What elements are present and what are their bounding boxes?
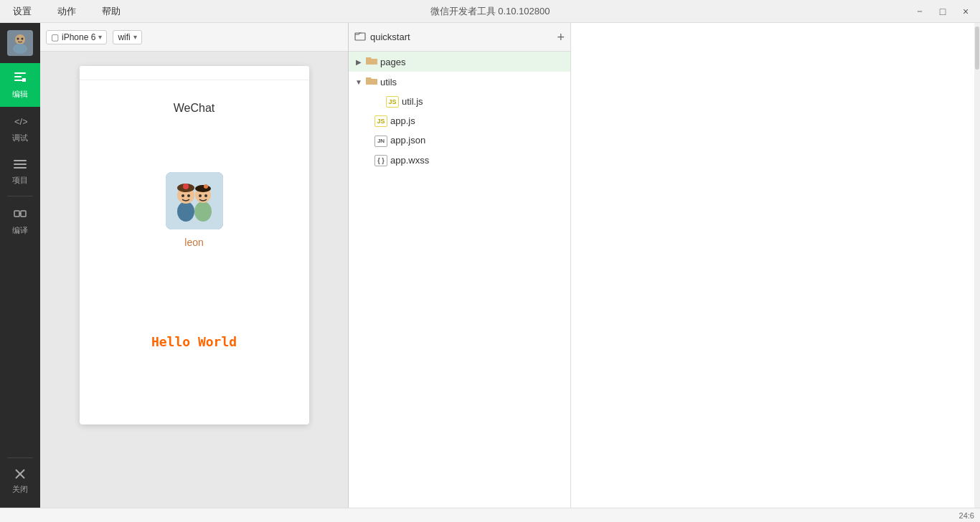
editor-scrollbar[interactable] bbox=[974, 23, 980, 508]
user-avatar-section: leon bbox=[166, 172, 223, 248]
svg-point-26 bbox=[182, 194, 184, 197]
file-tree: ▶ pages ▼ utils bbox=[349, 52, 570, 508]
tree-item-util-js[interactable]: JS util.js bbox=[349, 92, 570, 111]
user-avatar bbox=[166, 172, 223, 229]
phone-content: WeChat bbox=[80, 80, 309, 424]
utils-label: utils bbox=[380, 77, 397, 87]
svg-point-24 bbox=[195, 185, 211, 192]
svg-rect-17 bbox=[166, 172, 223, 229]
menu-help[interactable]: 帮助 bbox=[95, 4, 128, 19]
svg-rect-10 bbox=[14, 160, 27, 161]
app-js-label: app.js bbox=[390, 115, 415, 126]
sidebar-item-close[interactable]: 关闭 bbox=[0, 461, 40, 502]
sidebar-label-debug: 调试 bbox=[12, 133, 28, 143]
device-dropdown-arrow: ▾ bbox=[98, 33, 102, 41]
main-container: 编辑 </> 调试 项目 bbox=[0, 23, 980, 508]
cursor-position: 24:6 bbox=[959, 511, 974, 520]
sidebar: 编辑 </> 调试 项目 bbox=[0, 23, 40, 508]
app-json-icon: JN bbox=[374, 134, 387, 147]
svg-rect-11 bbox=[14, 163, 27, 165]
avatar[interactable] bbox=[7, 30, 33, 56]
scrollbar-thumb bbox=[975, 27, 979, 70]
editor-pane bbox=[571, 23, 980, 508]
phone-status-bar bbox=[80, 66, 309, 80]
avatar-image bbox=[7, 30, 33, 56]
pages-arrow: ▶ bbox=[354, 58, 363, 66]
device-selector[interactable]: ▢ iPhone 6 ▾ bbox=[46, 30, 107, 44]
svg-point-29 bbox=[204, 194, 207, 197]
file-tree-title: quickstart bbox=[370, 32, 552, 42]
svg-point-18 bbox=[177, 201, 194, 222]
sidebar-item-edit[interactable]: 编辑 bbox=[0, 63, 40, 107]
status-bar: 24:6 bbox=[0, 508, 980, 522]
svg-rect-13 bbox=[14, 211, 19, 217]
sidebar-nav: 编辑 </> 调试 项目 bbox=[0, 63, 40, 455]
svg-rect-7 bbox=[14, 80, 23, 81]
svg-rect-12 bbox=[14, 167, 27, 169]
edit-icon bbox=[13, 70, 27, 87]
phone-frame: WeChat bbox=[80, 66, 309, 424]
utils-folder-icon bbox=[366, 75, 377, 88]
menu-actions[interactable]: 动作 bbox=[50, 4, 83, 19]
compile-icon bbox=[13, 207, 27, 223]
sidebar-item-compile[interactable]: 编译 bbox=[0, 199, 40, 243]
pages-folder-icon bbox=[366, 55, 377, 68]
minimize-button[interactable]: － bbox=[911, 3, 928, 20]
svg-point-22 bbox=[194, 201, 212, 222]
hello-world-text: Hello World bbox=[151, 334, 237, 349]
debug-icon: </> bbox=[13, 114, 27, 130]
file-toolbar-icon bbox=[354, 30, 366, 44]
svg-rect-5 bbox=[14, 72, 26, 74]
svg-point-3 bbox=[17, 38, 19, 40]
sidebar-label-edit: 编辑 bbox=[12, 89, 28, 100]
file-pane: quickstart + ▶ pages ▼ bbox=[349, 23, 571, 508]
sidebar-label-compile: 编译 bbox=[12, 225, 28, 236]
tree-item-utils[interactable]: ▼ utils bbox=[349, 72, 570, 92]
utils-arrow: ▼ bbox=[354, 78, 363, 86]
pages-label: pages bbox=[380, 57, 405, 67]
project-icon bbox=[13, 158, 27, 173]
util-js-icon: JS bbox=[386, 95, 399, 108]
svg-point-21 bbox=[183, 184, 189, 189]
close-icon bbox=[14, 468, 26, 482]
svg-point-1 bbox=[15, 34, 25, 44]
svg-marker-8 bbox=[22, 78, 26, 82]
titlebar-title: 微信开发者工具 0.10.102800 bbox=[430, 5, 550, 18]
network-selector[interactable]: wifi ▾ bbox=[113, 30, 141, 44]
preview-pane: ▢ iPhone 6 ▾ wifi ▾ WeChat bbox=[40, 23, 349, 508]
tree-item-app-js[interactable]: JS app.js bbox=[349, 111, 570, 130]
phone-container: WeChat bbox=[40, 52, 348, 508]
svg-rect-14 bbox=[21, 211, 26, 217]
util-js-label: util.js bbox=[402, 96, 423, 107]
sidebar-item-debug[interactable]: </> 调试 bbox=[0, 107, 40, 151]
preview-toolbar: ▢ iPhone 6 ▾ wifi ▾ bbox=[40, 23, 348, 52]
sidebar-divider-bottom bbox=[7, 457, 33, 458]
sidebar-item-project[interactable]: 项目 bbox=[0, 151, 40, 193]
sidebar-label-project: 项目 bbox=[12, 175, 28, 186]
maximize-button[interactable]: □ bbox=[934, 3, 951, 20]
app-json-label: app.json bbox=[390, 135, 425, 146]
titlebar: 设置 动作 帮助 微信开发者工具 0.10.102800 － □ × bbox=[0, 0, 980, 23]
add-file-button[interactable]: + bbox=[557, 31, 565, 44]
app-js-icon: JS bbox=[374, 115, 387, 127]
tree-item-pages[interactable]: ▶ pages bbox=[349, 52, 570, 72]
tree-item-app-json[interactable]: JN app.json bbox=[349, 130, 570, 151]
titlebar-menu: 设置 动作 帮助 bbox=[6, 4, 128, 19]
sidebar-divider bbox=[7, 196, 33, 196]
window-controls: － □ × bbox=[911, 3, 974, 20]
sidebar-label-close: 关闭 bbox=[12, 484, 28, 495]
svg-point-2 bbox=[13, 44, 27, 54]
tree-item-app-wxss[interactable]: { } app.wxss bbox=[349, 151, 570, 170]
svg-text:</>: </> bbox=[14, 116, 27, 127]
menu-settings[interactable]: 设置 bbox=[6, 4, 39, 19]
network-name: wifi bbox=[118, 32, 130, 42]
app-wxss-icon: { } bbox=[374, 154, 387, 166]
svg-point-27 bbox=[187, 194, 190, 197]
close-button[interactable]: × bbox=[957, 3, 974, 20]
app-wxss-label: app.wxss bbox=[390, 155, 429, 166]
svg-point-25 bbox=[204, 184, 208, 189]
file-toolbar: quickstart + bbox=[349, 23, 570, 52]
device-icon: ▢ bbox=[51, 32, 59, 42]
network-dropdown-arrow: ▾ bbox=[133, 33, 137, 41]
wechat-title: WeChat bbox=[174, 102, 215, 115]
